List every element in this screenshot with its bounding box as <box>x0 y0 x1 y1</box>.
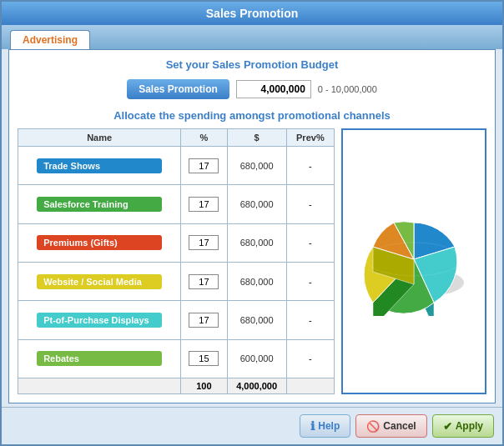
pct-input[interactable] <box>189 313 219 328</box>
channel-name-cell: Website / Social Media <box>18 262 181 300</box>
total-label <box>18 378 181 394</box>
channel-name-cell: Rebates <box>18 339 181 378</box>
total-dollar: 4,000,000 <box>227 378 286 394</box>
channel-name-cell: Pt-of-Purchase Displays <box>18 301 181 339</box>
prev-cell: - <box>286 339 334 378</box>
total-pct: 100 <box>181 378 227 394</box>
title-bar: Sales Promotion <box>2 2 502 25</box>
channel-button[interactable]: Pt-of-Purchase Displays <box>37 313 162 328</box>
total-prev <box>286 378 334 394</box>
pct-cell[interactable] <box>181 223 227 262</box>
budget-label: Sales Promotion <box>127 79 229 99</box>
dollar-cell: 680,000 <box>227 185 286 223</box>
col-pct: % <box>181 129 227 147</box>
pct-cell[interactable] <box>181 262 227 300</box>
budget-title: Set your Sales Promotion Budget <box>18 58 486 71</box>
alloc-title: Allocate the spending amongst promotiona… <box>18 109 486 122</box>
dollar-cell: 600,000 <box>227 339 286 378</box>
dollar-cell: 680,000 <box>227 262 286 300</box>
tab-advertising[interactable]: Advertising <box>10 30 90 49</box>
col-name: Name <box>18 129 181 147</box>
prev-cell: - <box>286 185 334 223</box>
info-icon: ℹ <box>310 419 315 433</box>
dollar-cell: 680,000 <box>227 223 286 262</box>
channel-button[interactable]: Rebates <box>37 351 162 366</box>
main-window: Sales Promotion Advertising Set your Sal… <box>0 0 504 446</box>
window-title: Sales Promotion <box>206 7 298 20</box>
table-row: Rebates 600,000 - <box>18 339 335 378</box>
table-chart-row: Name % $ Prev% Trade Shows 680,000 - Sal… <box>18 128 486 394</box>
dollar-cell: 680,000 <box>227 147 286 185</box>
help-button[interactable]: ℹ Help <box>300 414 350 438</box>
budget-row: Sales Promotion 0 - 10,000,000 <box>18 79 486 99</box>
pct-cell[interactable] <box>181 339 227 378</box>
pie-chart <box>351 208 476 316</box>
cancel-button[interactable]: 🚫 Cancel <box>355 414 426 438</box>
table-row: Premiums (Gifts) 680,000 - <box>18 223 335 262</box>
total-row: 100 4,000,000 <box>18 378 335 394</box>
table-row: Trade Shows 680,000 - <box>18 147 335 185</box>
channel-button[interactable]: Premiums (Gifts) <box>37 235 162 250</box>
channel-name-cell: Premiums (Gifts) <box>18 223 181 262</box>
budget-range: 0 - 10,000,000 <box>318 84 377 94</box>
apply-button[interactable]: ✔ Apply <box>432 414 494 438</box>
channel-name-cell: Trade Shows <box>18 147 181 185</box>
channel-button[interactable]: Trade Shows <box>37 158 162 173</box>
dollar-cell: 680,000 <box>227 301 286 339</box>
channel-button[interactable]: Website / Social Media <box>37 274 162 289</box>
pct-input[interactable] <box>189 197 219 212</box>
cancel-icon: 🚫 <box>366 420 380 433</box>
table-row: Salesforce Training 680,000 - <box>18 185 335 223</box>
tab-bar: Advertising <box>2 25 502 49</box>
table-row: Pt-of-Purchase Displays 680,000 - <box>18 301 335 339</box>
alloc-table: Name % $ Prev% Trade Shows 680,000 - Sal… <box>18 128 335 394</box>
pct-cell[interactable] <box>181 185 227 223</box>
pct-cell[interactable] <box>181 147 227 185</box>
budget-input[interactable] <box>236 80 311 98</box>
pct-cell[interactable] <box>181 301 227 339</box>
prev-cell: - <box>286 147 334 185</box>
prev-cell: - <box>286 262 334 300</box>
table-row: Website / Social Media 680,000 - <box>18 262 335 300</box>
channel-button[interactable]: Salesforce Training <box>37 197 162 212</box>
col-dollar: $ <box>227 129 286 147</box>
prev-cell: - <box>286 301 334 339</box>
prev-cell: - <box>286 223 334 262</box>
pct-input[interactable] <box>189 158 219 173</box>
pct-input[interactable] <box>189 351 219 366</box>
pct-input[interactable] <box>189 235 219 250</box>
main-content: Set your Sales Promotion Budget Sales Pr… <box>8 49 496 403</box>
pie-chart-area <box>341 128 486 394</box>
col-prev: Prev% <box>286 129 334 147</box>
footer: ℹ Help 🚫 Cancel ✔ Apply <box>2 407 502 444</box>
channel-name-cell: Salesforce Training <box>18 185 181 223</box>
pct-input[interactable] <box>189 274 219 289</box>
check-icon: ✔ <box>443 420 452 433</box>
